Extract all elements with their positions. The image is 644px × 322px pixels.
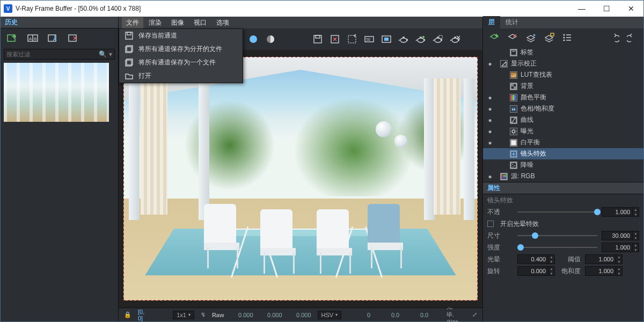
channel-rgb-icon[interactable] (247, 33, 259, 45)
search-dropdown-icon[interactable]: ▾ (109, 50, 112, 58)
minimize-button[interactable]: — (569, 1, 594, 17)
layer-row[interactable]: 降噪 (483, 159, 643, 171)
bloom-label: 光晕 (487, 255, 513, 264)
menu-save-all-separate[interactable]: 将所有通道保存为分开的文件 (119, 42, 243, 56)
checkbox-icon[interactable] (487, 221, 494, 227)
layer-row[interactable]: ●源: RGB (483, 171, 643, 182)
glow-checkbox-row[interactable]: 开启光晕特效 (483, 218, 643, 230)
menu-options[interactable]: 选项 (212, 17, 233, 28)
visibility-icon[interactable]: ● (486, 139, 494, 147)
lock-icon[interactable]: 🔒 (124, 311, 131, 318)
teapot-3-icon[interactable] (432, 33, 444, 45)
clear-button[interactable] (329, 33, 341, 45)
layer-row[interactable]: ●曝光 (483, 126, 643, 137)
opacity-value[interactable]: 1.000▲▼ (602, 207, 639, 217)
menu-save-current-channel[interactable]: 保存当前通道 (119, 29, 243, 42)
menu-file[interactable]: 文件 (122, 17, 143, 28)
svg-rect-33 (514, 86, 516, 89)
layer-type-icon (500, 60, 508, 68)
svg-rect-14 (314, 35, 321, 43)
layer-row[interactable]: ●曲线 (483, 114, 643, 126)
history-search[interactable]: 🔍 ▾ (4, 49, 115, 60)
app-logo-icon: V (4, 4, 12, 13)
save-button[interactable] (312, 33, 324, 45)
menu-render[interactable]: 渲染 (144, 17, 166, 28)
sat-label: 饱和度 (559, 267, 581, 276)
layer-list-button[interactable] (561, 32, 573, 43)
layer-name: 降噪 (521, 160, 640, 170)
visibility-icon[interactable]: ● (486, 128, 494, 135)
visibility-icon[interactable]: ● (486, 60, 494, 68)
history-load-button[interactable] (47, 33, 60, 43)
intensity-slider[interactable] (517, 244, 597, 251)
undo-button[interactable] (608, 32, 620, 43)
layer-folder-button[interactable] (543, 32, 555, 43)
layer-row[interactable]: LUTLUT查找表 (483, 69, 643, 80)
maximize-button[interactable]: ☐ (594, 1, 619, 17)
redo-button[interactable] (626, 32, 638, 43)
history-thumbnail[interactable] (4, 63, 109, 122)
folder-open-icon (125, 72, 133, 80)
menu-viewport[interactable]: 视口 (189, 17, 211, 28)
title-bar: V V-Ray Frame Buffer - [50.0% of 1400 x … (1, 1, 643, 17)
layer-save-button[interactable] (525, 32, 537, 43)
layer-row[interactable]: ●颜色平衡 (483, 92, 643, 103)
fit-button[interactable] (380, 33, 392, 45)
menu-image[interactable]: 图像 (167, 17, 188, 28)
size-value[interactable]: 30.000▲▼ (602, 231, 639, 240)
grid-selector[interactable]: 1x1 ▾ (173, 311, 194, 319)
layer-name: 曲线 (521, 115, 640, 125)
tab-layers[interactable]: 层 (483, 16, 500, 28)
visibility-icon[interactable]: ● (486, 116, 494, 124)
layer-row[interactable]: ●白平衡 (483, 137, 643, 148)
svg-rect-32 (511, 83, 514, 86)
channel-split-icon[interactable] (265, 33, 276, 45)
menu-open[interactable]: 打开 (119, 69, 243, 83)
svg-text:LUT: LUT (511, 74, 517, 77)
teapot-2-icon[interactable] (415, 33, 427, 45)
rotate-value[interactable]: 0.000▲▼ (517, 266, 555, 276)
expand-icon[interactable]: ⤢ (472, 311, 477, 318)
layer-row[interactable]: 背景 (483, 80, 643, 92)
svg-rect-7 (127, 32, 131, 35)
layer-row[interactable]: ●显示校正 (483, 58, 643, 69)
layer-row[interactable]: 标签 (483, 47, 643, 58)
curve-icon[interactable]: ↯ (201, 311, 206, 318)
menu-save-all-one[interactable]: 将所有通道保存为一个文件 (119, 56, 243, 69)
layer-name: LUT查找表 (521, 70, 640, 79)
colorspace-selector[interactable]: HSV ▾ (318, 311, 342, 319)
opacity-slider[interactable] (517, 208, 597, 216)
svg-point-26 (564, 37, 565, 39)
search-input[interactable] (6, 51, 99, 57)
render-viewport[interactable] (119, 50, 482, 308)
size-slider[interactable] (517, 232, 597, 239)
save-icon (125, 32, 133, 40)
visibility-icon[interactable]: ● (486, 173, 494, 180)
threshold-value[interactable]: 1.000▲▼ (585, 254, 623, 264)
teapot-1-icon[interactable] (398, 33, 409, 45)
layer-type-icon: LUT (510, 71, 517, 79)
zoom-50-button[interactable]: 50 (363, 33, 375, 45)
svg-text:A: A (29, 36, 32, 41)
layer-remove-button[interactable] (507, 32, 518, 43)
layer-row[interactable]: 镜头特效 (483, 148, 643, 159)
history-header: 历史 (1, 17, 118, 28)
layer-add-button[interactable] (488, 32, 500, 43)
sat-value[interactable]: 1.000▲▼ (585, 266, 623, 276)
visibility-icon[interactable]: ● (486, 94, 494, 101)
teapot-4-icon[interactable] (449, 33, 461, 45)
intensity-value[interactable]: 1.000▲▼ (602, 243, 639, 252)
layer-type-icon (500, 173, 508, 180)
visibility-icon[interactable]: ● (486, 105, 494, 113)
svg-point-45 (513, 166, 514, 167)
stat-g: 0.000 (260, 312, 282, 318)
mode-label: Raw (212, 312, 224, 318)
history-add-button[interactable] (6, 33, 19, 43)
layer-row[interactable]: ●色相/饱和度 (483, 103, 643, 114)
history-compare-button[interactable]: AB (26, 33, 39, 43)
history-delete-button[interactable] (67, 33, 80, 43)
bloom-value[interactable]: 0.400▲▼ (517, 254, 555, 264)
close-button[interactable]: ✕ (619, 1, 643, 17)
region-button[interactable] (346, 33, 358, 45)
tab-stats[interactable]: 统计 (500, 16, 524, 28)
